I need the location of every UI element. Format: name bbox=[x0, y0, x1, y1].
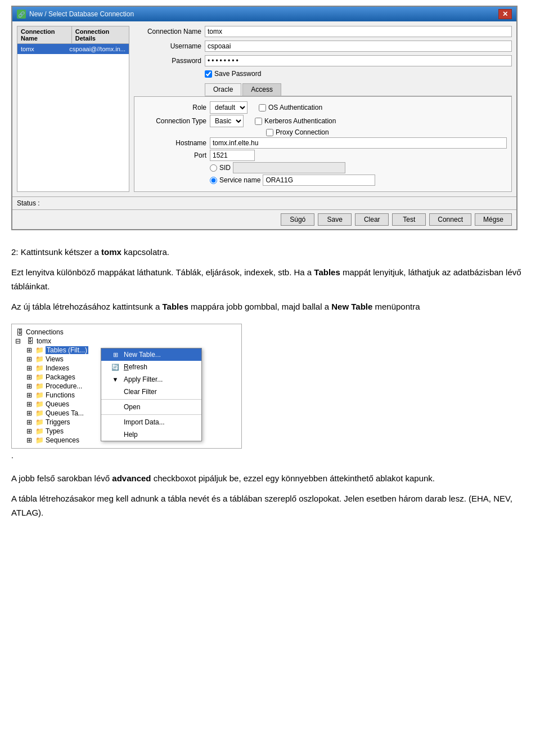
service-name-radio[interactable] bbox=[210, 177, 217, 184]
ctx-open-label: Open bbox=[124, 403, 140, 411]
tree-indent-procedures: ⊞ bbox=[15, 382, 33, 390]
sid-radio[interactable] bbox=[210, 164, 217, 172]
types-label: Types bbox=[46, 427, 64, 435]
oracle-tab-content: Role default OS Authentication bbox=[134, 96, 512, 192]
os-auth-checkbox[interactable] bbox=[259, 104, 266, 111]
clear-button[interactable]: Clear bbox=[355, 213, 389, 226]
ctx-help[interactable]: Help bbox=[101, 428, 201, 441]
connection-form-panel: Connection Name Username Password Save P… bbox=[134, 26, 512, 192]
tree-indent-queues: ⊞ bbox=[15, 400, 33, 408]
connection-type-select[interactable]: Basic bbox=[210, 115, 244, 127]
hostname-row: Hostname bbox=[139, 137, 507, 149]
queues-label: Queues bbox=[46, 400, 69, 408]
port-row: Port bbox=[139, 150, 507, 161]
tree-indent-views: ⊞ bbox=[15, 355, 33, 363]
tab-bar: Oracle Access bbox=[205, 83, 512, 96]
dialog-body: Connection Name Connection Details tomx … bbox=[12, 21, 516, 196]
dialog-icon: 🔗 bbox=[17, 10, 26, 19]
tree-indent-types: ⊞ bbox=[15, 427, 33, 435]
proxy-checkbox[interactable] bbox=[266, 129, 273, 136]
tree-container: 🗄 Connections ⊟ 🗄 tomx ⊞ 📁 Tables (Filt.… bbox=[11, 324, 242, 449]
ctx-help-label: Help bbox=[124, 431, 138, 439]
list-header: Connection Name Connection Details bbox=[17, 26, 129, 44]
sequences-label: Sequences bbox=[46, 436, 79, 444]
ctx-open[interactable]: Open bbox=[101, 401, 201, 413]
connection-name-row: Connection Name bbox=[134, 26, 512, 37]
save-password-checkbox[interactable] bbox=[205, 70, 212, 78]
username-input[interactable] bbox=[205, 41, 512, 52]
bottom-text-section: A jobb felső sarokban lévő advanced chec… bbox=[0, 466, 540, 531]
proxy-label: Proxy Connection bbox=[276, 128, 329, 136]
tree-indent-triggers: ⊞ bbox=[15, 418, 33, 426]
help-icon bbox=[110, 431, 120, 439]
ctx-new-table-label: New Table... bbox=[124, 351, 161, 359]
port-input[interactable] bbox=[210, 150, 255, 161]
service-name-input[interactable] bbox=[263, 175, 375, 186]
password-row: Password bbox=[134, 55, 512, 66]
username-row: Username bbox=[134, 41, 512, 52]
kerberos-label: Kerberos Authentication bbox=[264, 117, 336, 125]
ctx-import-label: Import Data... bbox=[124, 418, 165, 426]
bottom-paragraph-2: A tábla létrehozásakor meg kell adnunk a… bbox=[11, 491, 529, 520]
service-name-label: Service name bbox=[219, 176, 260, 184]
tree-section: 🗄 Connections ⊟ 🗄 tomx ⊞ 📁 Tables (Filt.… bbox=[0, 324, 540, 466]
ctx-import-data[interactable]: Import Data... bbox=[101, 416, 201, 428]
test-button[interactable]: Test bbox=[392, 213, 426, 226]
sid-input[interactable] bbox=[233, 162, 345, 173]
tomx-label: tomx bbox=[37, 337, 51, 345]
col-connection-name: Connection Name bbox=[17, 26, 72, 43]
status-bar: Status : bbox=[12, 196, 516, 209]
dot-paragraph: . bbox=[11, 451, 529, 460]
ctx-refresh[interactable]: 🔄 Refresh bbox=[101, 361, 201, 373]
connect-button[interactable]: Connect bbox=[429, 213, 471, 226]
new-table-icon: ⊞ bbox=[110, 351, 120, 359]
ctx-separator-1 bbox=[101, 399, 201, 400]
dialog-footer: Súgó Save Clear Test Connect Mégse bbox=[12, 209, 516, 229]
tree-indent-packages: ⊞ bbox=[15, 373, 33, 381]
username-label: Username bbox=[134, 42, 201, 50]
help-button[interactable]: Súgó bbox=[281, 213, 314, 226]
queues-ta-label: Queues Ta... bbox=[46, 409, 84, 417]
functions-label: Functions bbox=[46, 391, 75, 399]
body-text-section1: 2: Kattintsunk kétszer a tomx kapcsolatr… bbox=[0, 236, 540, 324]
tables-label: Tables (Filt...) bbox=[46, 346, 88, 354]
kerberos-checkbox[interactable] bbox=[255, 118, 262, 125]
tree-row-connections: 🗄 Connections bbox=[15, 328, 238, 337]
sequences-icon: 📁 bbox=[35, 436, 44, 444]
ctx-refresh-label: Refresh bbox=[124, 363, 147, 371]
tables-icon: 📁 bbox=[35, 346, 44, 354]
role-select[interactable]: default bbox=[210, 101, 248, 114]
connection-name-input[interactable] bbox=[205, 26, 512, 37]
ctx-new-table[interactable]: ⊞ New Table... bbox=[101, 348, 201, 361]
hostname-input[interactable] bbox=[210, 137, 507, 149]
advanced-bold: advanced bbox=[112, 473, 151, 483]
connection-list-panel: Connection Name Connection Details tomx … bbox=[17, 26, 129, 192]
os-auth-group: OS Authentication bbox=[259, 104, 322, 111]
paragraph-1: 2: Kattintsunk kétszer a tomx kapcsolatr… bbox=[11, 245, 529, 260]
close-button[interactable]: ✕ bbox=[498, 9, 512, 19]
dialog-wrapper: 🔗 New / Select Database Connection ✕ Con… bbox=[0, 0, 540, 236]
tree-indent-1: ⊟ bbox=[15, 337, 24, 345]
status-label: Status : bbox=[17, 199, 40, 207]
connection-list-row[interactable]: tomx cspoaai@//tomx.in... bbox=[17, 44, 129, 54]
service-name-row: Service name bbox=[139, 175, 507, 186]
queues-ta-icon: 📁 bbox=[35, 409, 44, 417]
tab-access[interactable]: Access bbox=[242, 83, 281, 96]
save-button[interactable]: Save bbox=[318, 213, 352, 226]
refresh-icon: 🔄 bbox=[110, 363, 120, 371]
tab-oracle[interactable]: Oracle bbox=[205, 83, 241, 96]
ctx-clear-filter[interactable]: Clear Filter bbox=[101, 386, 201, 398]
tab-area: Oracle Access Role default bbox=[134, 83, 512, 192]
cancel-button[interactable]: Mégse bbox=[475, 213, 512, 226]
ctx-apply-filter[interactable]: ▼ Apply Filter... bbox=[101, 373, 201, 386]
types-icon: 📁 bbox=[35, 427, 44, 435]
role-inline: default OS Authentication bbox=[210, 101, 322, 114]
tomx-bold: tomx bbox=[101, 247, 122, 257]
sid-label: SID bbox=[219, 164, 231, 172]
views-label: Views bbox=[46, 355, 64, 363]
filter-icon: ▼ bbox=[110, 375, 120, 383]
clear-filter-icon bbox=[110, 388, 120, 396]
password-input[interactable] bbox=[205, 55, 512, 66]
paragraph-3: Az új tábla létrehozásához kattintsunk a… bbox=[11, 299, 529, 314]
password-label: Password bbox=[134, 57, 201, 65]
